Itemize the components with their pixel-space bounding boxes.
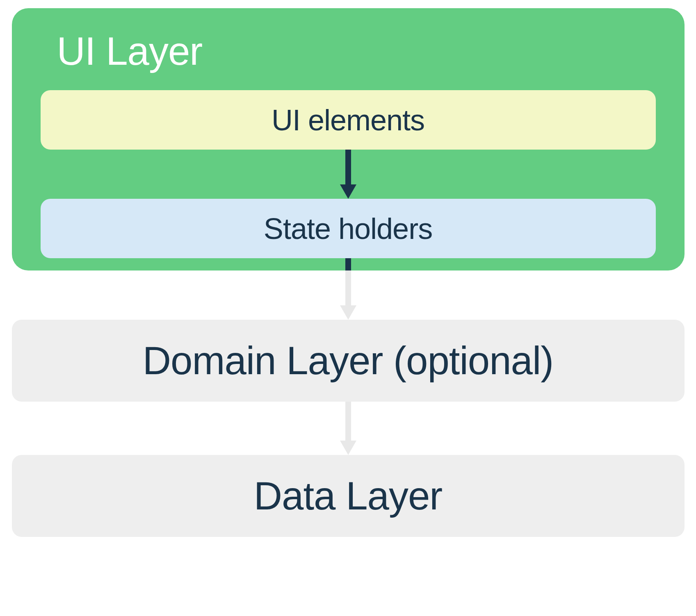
svg-marker-6: [340, 441, 356, 455]
arrow-domain-to-data: [338, 402, 358, 455]
state-holders-label: State holders: [264, 212, 432, 245]
ui-layer-title: UI Layer: [57, 29, 656, 74]
ui-elements-label: UI elements: [272, 103, 424, 137]
domain-layer-label: Domain Layer (optional): [143, 338, 554, 383]
ui-elements-box: UI elements: [41, 90, 656, 150]
svg-marker-1: [340, 184, 356, 199]
svg-marker-4: [340, 305, 356, 320]
ui-layer-container: UI Layer UI elements State holders: [12, 8, 685, 270]
arrow-state-to-domain: [338, 258, 358, 320]
domain-layer-box: Domain Layer (optional): [12, 320, 685, 402]
data-layer-label: Data Layer: [254, 473, 443, 518]
arrow-down-icon: [338, 150, 358, 199]
data-layer-box: Data Layer: [12, 455, 685, 537]
arrow-down-icon: [338, 258, 358, 320]
arrow-ui-to-state: [41, 150, 656, 199]
arrow-down-icon: [338, 402, 358, 455]
state-holders-box: State holders: [41, 199, 656, 258]
